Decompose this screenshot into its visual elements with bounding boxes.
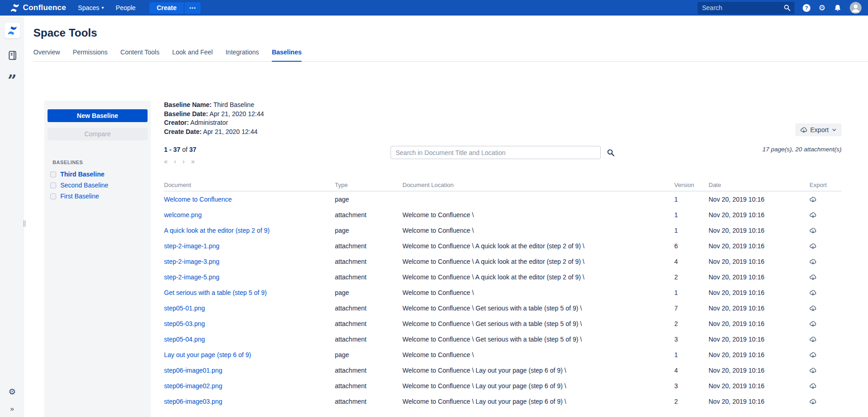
info-value: Administrator bbox=[191, 119, 228, 126]
brand-name: Confluence bbox=[23, 3, 66, 12]
search-icon[interactable] bbox=[607, 149, 615, 157]
create-button[interactable]: Create bbox=[149, 2, 184, 14]
chevron-down-icon bbox=[832, 128, 836, 132]
date-cell: Nov 20, 2019 10:16 bbox=[709, 320, 810, 327]
baseline-checkbox[interactable] bbox=[50, 171, 56, 177]
date-cell: Nov 20, 2019 10:16 bbox=[709, 351, 810, 358]
document-link[interactable]: step-2-image-3.png bbox=[164, 258, 335, 265]
prev-page-button[interactable]: ‹ bbox=[174, 158, 176, 165]
row-export-button[interactable] bbox=[810, 336, 839, 343]
row-export-button[interactable] bbox=[810, 352, 839, 358]
settings-button[interactable]: ⚙ bbox=[819, 4, 826, 12]
type-cell: attachment bbox=[335, 398, 402, 405]
document-link[interactable]: step06-image01.png bbox=[164, 367, 335, 374]
first-page-button[interactable]: « bbox=[164, 158, 168, 165]
tab-integrations[interactable]: Integrations bbox=[226, 48, 259, 56]
document-link[interactable]: Lay out your page (step 6 of 9) bbox=[164, 351, 335, 358]
tab-look-and-feel[interactable]: Look and Feel bbox=[172, 48, 213, 56]
export-cloud-icon bbox=[810, 352, 816, 358]
info-label: Baseline Date: bbox=[164, 110, 208, 118]
baseline-link[interactable]: Third Baseline bbox=[60, 171, 104, 178]
document-link[interactable]: Get serious with a table (step 5 of 9) bbox=[164, 289, 335, 296]
row-export-button[interactable] bbox=[810, 196, 839, 203]
notifications-button[interactable] bbox=[834, 4, 842, 12]
export-button[interactable]: Export bbox=[795, 123, 842, 136]
row-export-button[interactable] bbox=[810, 367, 839, 374]
tab-content-tools[interactable]: Content Tools bbox=[121, 48, 159, 56]
document-link[interactable]: A quick look at the editor (step 2 of 9) bbox=[164, 227, 335, 234]
type-cell: page bbox=[335, 196, 402, 203]
document-link[interactable]: step06-image02.png bbox=[164, 382, 335, 390]
chevron-down-icon: ▾ bbox=[101, 5, 104, 10]
row-export-button[interactable] bbox=[810, 227, 839, 234]
last-page-button[interactable]: » bbox=[191, 158, 195, 165]
version-cell: 7 bbox=[674, 305, 709, 312]
nav-spaces[interactable]: Spaces ▾ bbox=[78, 4, 104, 11]
space-settings-gear-icon[interactable]: ⚙ bbox=[8, 387, 16, 396]
document-link[interactable]: step05-03.png bbox=[164, 320, 335, 327]
date-cell: Nov 20, 2019 10:16 bbox=[709, 273, 810, 281]
new-baseline-button[interactable]: New Baseline bbox=[48, 109, 148, 122]
sidebar-item-blog[interactable]: ” bbox=[8, 76, 17, 85]
search-icon[interactable] bbox=[783, 4, 791, 11]
tab-overview[interactable]: Overview bbox=[33, 48, 60, 56]
export-cloud-icon bbox=[810, 336, 816, 343]
space-tools-tabs: Overview Permissions Content Tools Look … bbox=[33, 48, 868, 62]
range-values: 1 - 37 bbox=[164, 146, 180, 153]
sidebar-item-pages[interactable] bbox=[7, 50, 17, 62]
row-export-button[interactable] bbox=[810, 383, 839, 390]
tab-baselines[interactable]: Baselines bbox=[272, 48, 302, 56]
baselines-panel: New Baseline Compare BASELINES Third Bas… bbox=[44, 101, 151, 417]
document-link[interactable]: step-2-image-5.png bbox=[164, 273, 335, 281]
document-link[interactable]: step05-01.png bbox=[164, 305, 335, 312]
baseline-checkbox[interactable] bbox=[50, 182, 56, 188]
version-cell: 2 bbox=[674, 320, 709, 327]
result-range: 1 - 37 of 37 bbox=[164, 146, 391, 153]
document-link[interactable]: step05-04.png bbox=[164, 336, 335, 343]
global-search-input[interactable] bbox=[698, 2, 794, 14]
help-button[interactable]: ? bbox=[803, 4, 810, 12]
baseline-checkbox[interactable] bbox=[50, 193, 56, 199]
user-menu[interactable] bbox=[850, 2, 862, 14]
baseline-item: First Baseline bbox=[48, 191, 148, 202]
sidebar-resize-handle[interactable] bbox=[23, 220, 26, 227]
document-link[interactable]: Welcome to Confluence bbox=[164, 196, 335, 203]
document-link[interactable]: step-2-image-1.png bbox=[164, 242, 335, 250]
document-search-input[interactable] bbox=[391, 146, 601, 159]
document-link[interactable]: welcome.png bbox=[164, 211, 335, 219]
row-export-button[interactable] bbox=[810, 212, 839, 219]
compare-button[interactable]: Compare bbox=[48, 128, 148, 140]
row-export-button[interactable] bbox=[810, 305, 839, 312]
confluence-brand[interactable]: Confluence bbox=[10, 3, 66, 13]
tab-permissions[interactable]: Permissions bbox=[73, 48, 107, 56]
journal-icon bbox=[7, 50, 17, 60]
baseline-detail: Baseline Name: Third Baseline Baseline D… bbox=[164, 101, 868, 417]
header-location: Document Location bbox=[402, 182, 674, 188]
version-cell: 1 bbox=[674, 351, 709, 358]
document-link[interactable]: step06-image03.png bbox=[164, 398, 335, 405]
confluence-logo-icon bbox=[7, 26, 17, 36]
pager: « ‹ › » bbox=[164, 158, 391, 165]
sidebar-space-logo[interactable] bbox=[5, 23, 20, 38]
sidebar-expand-icon[interactable]: » bbox=[10, 405, 14, 412]
export-button-label: Export bbox=[810, 126, 829, 134]
nav-people[interactable]: People bbox=[116, 4, 136, 11]
row-export-button[interactable] bbox=[810, 274, 839, 281]
location-cell: Welcome to Confluence \ bbox=[402, 351, 674, 358]
baseline-link[interactable]: Second Baseline bbox=[60, 182, 108, 189]
row-export-button[interactable] bbox=[810, 289, 839, 296]
row-export-button[interactable] bbox=[810, 321, 839, 327]
baseline-list: Third Baseline Second Baseline First Bas… bbox=[48, 169, 148, 202]
row-export-button[interactable] bbox=[810, 258, 839, 265]
next-page-button[interactable]: › bbox=[182, 158, 185, 165]
date-cell: Nov 20, 2019 10:16 bbox=[709, 367, 810, 374]
row-export-button[interactable] bbox=[810, 243, 839, 250]
export-cloud-icon bbox=[810, 274, 816, 281]
create-more-button[interactable]: ••• bbox=[185, 2, 201, 14]
header-export: Export bbox=[810, 182, 839, 188]
version-cell: 1 bbox=[674, 211, 709, 219]
info-label: Create Date: bbox=[164, 128, 201, 135]
baseline-link[interactable]: First Baseline bbox=[60, 192, 99, 200]
baseline-info: Baseline Name: Third Baseline Baseline D… bbox=[164, 101, 264, 136]
row-export-button[interactable] bbox=[810, 398, 839, 405]
